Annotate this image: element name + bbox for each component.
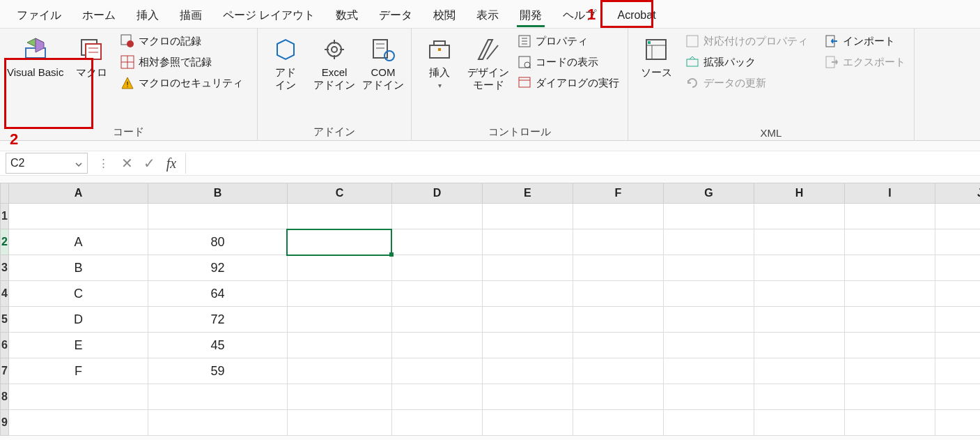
cell[interactable]: [391, 410, 482, 436]
cell[interactable]: [573, 358, 663, 384]
expansion-pack-button[interactable]: 拡張パック: [683, 54, 811, 70]
cell[interactable]: 64: [148, 281, 287, 307]
cell[interactable]: [663, 255, 754, 281]
cell[interactable]: B: [8, 255, 148, 281]
col-header-e[interactable]: E: [482, 183, 573, 204]
tab-review[interactable]: 校閲: [423, 4, 465, 27]
record-macro-button[interactable]: マクロの記録: [118, 33, 246, 50]
cell[interactable]: [754, 281, 844, 307]
cell[interactable]: [663, 333, 754, 358]
cell[interactable]: [482, 410, 573, 436]
visual-basic-button[interactable]: Visual Basic: [6, 33, 65, 82]
insert-control-button[interactable]: 挿入 ▾: [417, 33, 462, 93]
cell[interactable]: [391, 333, 482, 358]
macros-button[interactable]: マクロ: [69, 33, 114, 82]
col-header-f[interactable]: F: [573, 183, 663, 204]
row-header-1[interactable]: 1: [1, 204, 9, 229]
cell[interactable]: [935, 410, 980, 436]
cell[interactable]: [754, 333, 844, 358]
cell[interactable]: 59: [148, 358, 287, 384]
run-dialog-button[interactable]: ダイアログの実行: [515, 75, 622, 91]
cell[interactable]: [287, 358, 391, 384]
cell[interactable]: [287, 281, 391, 307]
col-header-j[interactable]: J: [935, 183, 980, 204]
cell[interactable]: [482, 255, 573, 281]
cell[interactable]: [482, 333, 573, 358]
row-header-5[interactable]: 5: [1, 307, 9, 333]
cell[interactable]: [844, 384, 935, 410]
col-header-d[interactable]: D: [391, 183, 482, 204]
cell[interactable]: [573, 384, 663, 410]
cell[interactable]: [287, 255, 391, 281]
cell[interactable]: 72: [148, 307, 287, 333]
cell[interactable]: [391, 204, 482, 229]
formula-enter-button[interactable]: ✓: [141, 155, 157, 172]
properties-button[interactable]: プロパティ: [515, 33, 622, 50]
row-header-7[interactable]: 7: [1, 358, 9, 384]
tab-formula[interactable]: 数式: [326, 4, 368, 27]
cell[interactable]: [482, 358, 573, 384]
addins-button[interactable]: アド イン: [263, 33, 308, 94]
cell[interactable]: [935, 281, 980, 307]
row-header-3[interactable]: 3: [1, 255, 9, 281]
cell[interactable]: A: [8, 229, 148, 255]
cell[interactable]: [482, 384, 573, 410]
tab-draw[interactable]: 描画: [170, 4, 212, 27]
cell[interactable]: [391, 384, 482, 410]
cell[interactable]: [482, 229, 573, 255]
col-header-i[interactable]: I: [844, 183, 935, 204]
cell[interactable]: [391, 307, 482, 333]
cell[interactable]: [663, 281, 754, 307]
cell[interactable]: [573, 204, 663, 229]
cell[interactable]: [754, 410, 844, 436]
cell[interactable]: 評価: [287, 204, 391, 229]
tab-view[interactable]: 表示: [467, 4, 508, 27]
cell[interactable]: [663, 229, 754, 255]
formula-cancel-button[interactable]: ✕: [118, 155, 135, 172]
cell[interactable]: [287, 307, 391, 333]
tab-insert[interactable]: 挿入: [127, 4, 169, 27]
cell[interactable]: D: [8, 307, 148, 333]
tab-file[interactable]: ファイル: [7, 4, 71, 27]
relative-reference-button[interactable]: 相対参照で記録: [118, 54, 246, 70]
col-header-h[interactable]: H: [754, 183, 844, 204]
tab-developer[interactable]: 開発: [510, 4, 552, 27]
chevron-down-icon[interactable]: [75, 159, 83, 167]
cell[interactable]: [573, 255, 663, 281]
cell[interactable]: [663, 358, 754, 384]
cell[interactable]: C: [8, 281, 148, 307]
cell[interactable]: [844, 204, 935, 229]
cell[interactable]: [754, 255, 844, 281]
cell[interactable]: [573, 307, 663, 333]
active-cell[interactable]: [287, 229, 391, 255]
col-header-b[interactable]: B: [148, 183, 287, 204]
cell[interactable]: [482, 281, 573, 307]
cell[interactable]: [935, 255, 980, 281]
cell[interactable]: [663, 384, 754, 410]
cell[interactable]: [287, 410, 391, 436]
cell[interactable]: [935, 333, 980, 358]
cell[interactable]: E: [8, 333, 148, 358]
cell[interactable]: [573, 333, 663, 358]
cell[interactable]: [663, 307, 754, 333]
cell[interactable]: [573, 281, 663, 307]
cell[interactable]: [573, 229, 663, 255]
macro-security-button[interactable]: ! マクロのセキュリティ: [118, 75, 246, 91]
cell[interactable]: [935, 204, 980, 229]
cell[interactable]: [287, 384, 391, 410]
cell[interactable]: 45: [148, 333, 287, 358]
cell[interactable]: [663, 410, 754, 436]
cell[interactable]: [844, 410, 935, 436]
xml-source-button[interactable]: ソース: [634, 33, 678, 82]
cell[interactable]: 92: [148, 255, 287, 281]
cell[interactable]: [391, 255, 482, 281]
cell[interactable]: [754, 229, 844, 255]
cell[interactable]: [391, 229, 482, 255]
cell[interactable]: [8, 384, 148, 410]
cell[interactable]: [754, 204, 844, 229]
com-addins-button[interactable]: COM アドイン: [361, 33, 405, 94]
row-header-2[interactable]: 2: [1, 229, 9, 255]
cell[interactable]: [148, 410, 287, 436]
map-properties-button[interactable]: 対応付けのプロパティ: [683, 33, 811, 50]
cell[interactable]: [573, 410, 663, 436]
